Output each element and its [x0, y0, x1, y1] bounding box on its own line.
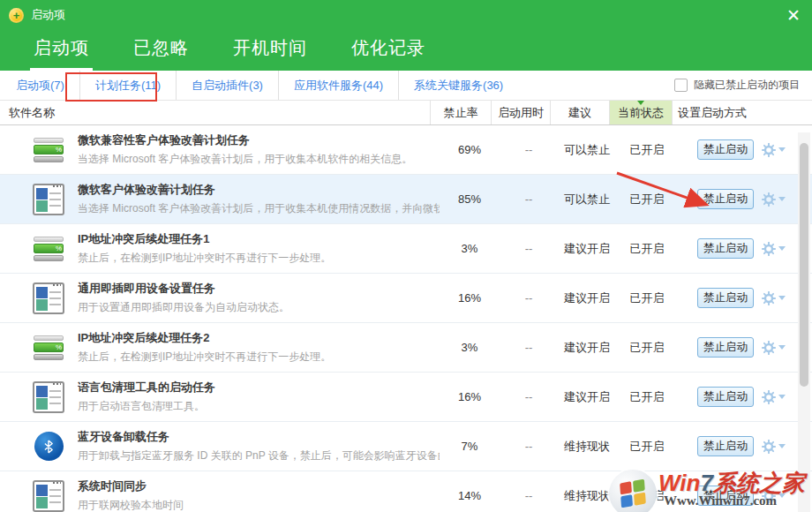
disable-rate: 69%: [440, 143, 500, 156]
column-header-advice[interactable]: 建议: [550, 101, 609, 124]
startup-manager-window: + 启动项 ✕ 启动项已忽略开机时间优化记录 启动项(7)计划任务(11)自启动…: [0, 0, 812, 512]
startup-time: --: [500, 291, 558, 305]
percentage-chart-icon: %: [34, 335, 64, 360]
hide-disabled-checkbox[interactable]: [674, 79, 688, 92]
settings-dropdown[interactable]: [762, 440, 786, 454]
item-description: 用于启动语言包清理工具。: [78, 399, 215, 414]
current-status: 已开启: [616, 142, 678, 158]
disable-startup-button[interactable]: 禁止启动: [697, 288, 754, 308]
percentage-chart-icon: %: [34, 237, 64, 261]
hide-disabled-filter[interactable]: 隐藏已禁止启动的项目: [674, 78, 800, 93]
settings-dropdown[interactable]: [762, 143, 786, 157]
advice: 建议开启: [558, 340, 616, 356]
tab-history[interactable]: 优化记录: [348, 36, 429, 71]
settings-dropdown[interactable]: [762, 291, 786, 305]
app-icon: +: [9, 8, 24, 23]
close-icon[interactable]: ✕: [784, 7, 803, 24]
settings-dropdown[interactable]: [762, 192, 786, 207]
chevron-down-icon: [778, 197, 786, 201]
column-header-status[interactable]: 当前状态: [609, 101, 672, 124]
startup-time: --: [500, 242, 558, 255]
item-description: 当选择 Microsoft 客户体验改善计划后，用于收集本机软件的相关信息。: [78, 152, 412, 167]
column-header-time[interactable]: 启动用时: [491, 101, 550, 124]
chevron-down-icon: [778, 296, 786, 300]
disable-startup-button[interactable]: 禁止启动: [697, 238, 754, 259]
gear-icon: [762, 192, 776, 207]
item-description: 当选择 Microsoft 客户体验改善计划后，用于收集本机使用情况数据，并向微…: [78, 201, 440, 216]
column-header-name[interactable]: 软件名称: [0, 101, 430, 124]
gear-icon: [762, 291, 776, 305]
application-window-icon: [33, 184, 64, 215]
gear-icon: [762, 440, 776, 454]
settings-dropdown[interactable]: [762, 390, 786, 404]
table-row[interactable]: 语言包清理工具的启动任务用于启动语言包清理工具。16%--建议开启已开启禁止启动: [0, 373, 812, 422]
startup-time: --: [500, 341, 558, 354]
disable-startup-button[interactable]: 禁止启动: [697, 436, 754, 456]
chevron-down-icon: [778, 345, 786, 350]
current-status: 已开启: [616, 241, 678, 257]
table-row[interactable]: 系统时间同步用于联网校验本地时间14%--维持现状已开启禁止启动: [0, 471, 812, 512]
item-description: 用于卸载与指定蓝牙服务 ID 关联的 PnP 设备，禁止后，可能会影响蓝牙设备的…: [78, 448, 440, 463]
column-header-action[interactable]: 设置启动方式: [672, 101, 812, 124]
tab-startup[interactable]: 启动项: [30, 36, 93, 71]
subtab-2[interactable]: 自启动插件(3): [176, 71, 278, 100]
table-row[interactable]: %IP地址冲突后续处理任务1禁止后，在检测到IP地址冲突时不再进行下一步处理。3…: [0, 224, 812, 274]
item-description: 用于设置通用即插即用设备为自动启动状态。: [78, 300, 289, 315]
advice: 建议开启: [558, 290, 616, 306]
disable-rate: 16%: [440, 291, 500, 305]
window-title: 启动项: [31, 7, 65, 23]
application-window-icon: [33, 381, 64, 413]
chevron-down-icon: [778, 444, 786, 448]
chevron-down-icon: [778, 246, 786, 251]
advice: 维持现状: [558, 488, 616, 504]
subtab-1[interactable]: 计划任务(11): [79, 71, 176, 100]
settings-dropdown[interactable]: [762, 242, 786, 256]
bluetooth-icon: [34, 432, 64, 461]
disable-startup-button[interactable]: 禁止启动: [697, 387, 754, 407]
column-header-rate[interactable]: 禁止率: [430, 101, 491, 124]
disable-startup-button[interactable]: 禁止启动: [697, 486, 754, 506]
gear-icon: [762, 489, 776, 503]
table-row[interactable]: %微软兼容性客户体验改善计划任务当选择 Microsoft 客户体验改善计划后，…: [0, 125, 812, 175]
item-name: 微软客户体验改善计划任务: [78, 182, 440, 198]
tab-ignored[interactable]: 已忽略: [130, 36, 192, 71]
advice: 建议开启: [558, 241, 616, 257]
disable-rate: 14%: [440, 489, 500, 502]
gear-icon: [762, 242, 776, 256]
table-row[interactable]: 微软客户体验改善计划任务当选择 Microsoft 客户体验改善计划后，用于收集…: [0, 175, 812, 224]
startup-time: --: [500, 390, 558, 403]
subtab-0[interactable]: 启动项(7): [0, 71, 79, 100]
item-description: 用于联网校验本地时间: [78, 498, 184, 512]
scrollbar-track[interactable]: [798, 132, 810, 512]
item-name: 微软兼容性客户体验改善计划任务: [78, 132, 412, 148]
item-name: IP地址冲突后续处理任务1: [78, 231, 331, 247]
table-row[interactable]: %IP地址冲突后续处理任务2禁止后，在检测到IP地址冲突时不再进行下一步处理。3…: [0, 323, 812, 373]
disable-rate: 16%: [440, 390, 500, 403]
hide-disabled-label: 隐藏已禁止启动的项目: [694, 78, 800, 93]
item-description: 禁止后，在检测到IP地址冲突时不再进行下一步处理。: [78, 350, 331, 365]
item-name: 蓝牙设备卸载任务: [78, 429, 440, 445]
disable-rate: 3%: [440, 242, 500, 255]
settings-dropdown[interactable]: [762, 489, 786, 503]
current-status: 已开启: [616, 290, 678, 306]
disable-startup-button[interactable]: 禁止启动: [697, 139, 754, 160]
settings-dropdown[interactable]: [762, 341, 786, 355]
disable-rate: 7%: [440, 440, 500, 453]
subtab-4[interactable]: 系统关键服务(36): [398, 71, 518, 100]
table-row[interactable]: 通用即插即用设备设置任务用于设置通用即插即用设备为自动启动状态。16%--建议开…: [0, 274, 812, 323]
application-window-icon: [33, 282, 64, 314]
current-status: 已开启: [616, 340, 678, 356]
column-header-status-label: 当前状态: [618, 105, 664, 121]
gear-icon: [762, 143, 776, 157]
scrollbar-thumb[interactable]: [800, 143, 808, 387]
table-row[interactable]: 蓝牙设备卸载任务用于卸载与指定蓝牙服务 ID 关联的 PnP 设备，禁止后，可能…: [0, 422, 812, 471]
chevron-down-icon: [778, 395, 786, 399]
disable-startup-button[interactable]: 禁止启动: [697, 337, 754, 358]
header: + 启动项 ✕ 启动项已忽略开机时间优化记录: [0, 0, 812, 71]
advice: 可以禁止: [558, 192, 616, 207]
subtab-3[interactable]: 应用软件服务(44): [278, 71, 398, 100]
advice: 维持现状: [558, 439, 616, 455]
disable-startup-button[interactable]: 禁止启动: [697, 189, 754, 209]
current-status: 已开启: [616, 488, 678, 504]
tab-boot-time[interactable]: 开机时间: [229, 36, 311, 71]
